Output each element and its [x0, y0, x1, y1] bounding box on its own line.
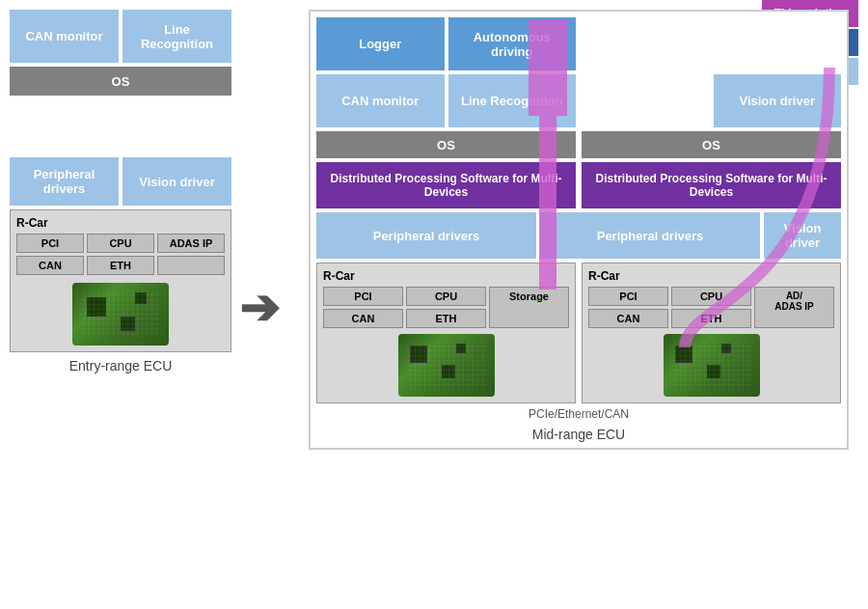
rcar1-storage: Storage [489, 287, 569, 328]
rcar2-cpu: CPU [671, 287, 751, 306]
pcb-chip-3 [135, 292, 147, 304]
rcar1-pcb-chip-3 [456, 344, 466, 353]
left-rcar-box: R-Car PCI CPU ADAS IP CAN ETH [10, 209, 231, 352]
rcar2-pci: PCI [588, 287, 668, 306]
rcar2-top-spacer [582, 17, 841, 70]
left-driver-row: Peripheral drivers Vision driver [10, 157, 231, 206]
rcar2-empty-app [582, 74, 710, 127]
right-rcar1-label: R-Car [323, 269, 569, 283]
rcar2-top-apps: Vision driver [582, 74, 841, 127]
left-os: OS [10, 67, 231, 96]
right-line-recognition: Line Recognition [448, 74, 577, 127]
left-chip-can: CAN [16, 256, 84, 275]
right-vision-driver-top: Vision driver [714, 74, 842, 127]
left-line-recognition: Line Recognition [122, 10, 231, 63]
rcar2-pcb-chip-2 [707, 365, 720, 378]
right-ecu-label: Mid-range ECU [316, 427, 841, 442]
left-chip-empty [157, 256, 225, 275]
rcar1-cpu: CPU [406, 287, 486, 306]
rcar1-top-apps: Logger Autonomous driving [316, 17, 576, 70]
distributed-2: Distributed Processing Software for Mult… [582, 162, 841, 208]
right-autonomous: Autonomous driving [448, 17, 577, 70]
right-peripheral-1: Peripheral drivers [316, 212, 536, 259]
rcar-boxes-row: R-Car PCI CPU Storage CAN ETH R-Car PCI [316, 263, 841, 403]
rcar2-pcb-chip-3 [721, 344, 731, 353]
right-rcar2-label: R-Car [588, 269, 834, 283]
connection-label: PCIe/Ethernet/CAN [316, 407, 841, 421]
rcar1-os: OS [316, 131, 576, 158]
left-ecu-label: Entry-range ECU [10, 358, 231, 374]
rcar2-adas: AD/ADAS IP [754, 287, 834, 328]
rcar1-can: CAN [323, 309, 403, 328]
rcar1-pci: PCI [323, 287, 403, 306]
rcar1-column: Logger Autonomous driving CAN monitor Li… [316, 17, 576, 162]
right-rcar1-box: R-Car PCI CPU Storage CAN ETH [316, 263, 576, 403]
rcar2-pcb-chip-1 [675, 346, 692, 363]
left-vision-driver: Vision driver [122, 157, 231, 206]
rcar2-pcb [664, 334, 760, 397]
rcar2-chips: PCI CPU AD/ADAS IP CAN ETH [588, 287, 834, 328]
left-chip-pci: PCI [16, 234, 84, 253]
right-ecu-container: Logger Autonomous driving CAN monitor Li… [309, 10, 849, 450]
left-chip-adas: ADAS IP [157, 234, 225, 253]
left-spacer [10, 99, 231, 157]
left-pcb-area [16, 283, 225, 346]
rcar1-pcb-chip-1 [410, 346, 427, 363]
left-pcb [72, 283, 169, 346]
right-vision-driver-bottom: Vision driver [764, 212, 841, 259]
rcar2-eth: ETH [671, 309, 751, 328]
rcar2-pcb-area [588, 334, 834, 397]
right-logger: Logger [316, 17, 445, 70]
left-can-monitor: CAN monitor [10, 10, 119, 63]
rcar1-pcb [398, 334, 495, 397]
rcar1-pcb-area [323, 334, 569, 397]
rcar1-mid-apps: CAN monitor Line Recognition [316, 74, 576, 127]
right-peripheral-2: Peripheral drivers [540, 212, 760, 259]
pcb-chip-2 [121, 317, 135, 331]
distributed-1: Distributed Processing Software for Mult… [316, 162, 576, 208]
left-ecu: CAN monitor Line Recognition OS Peripher… [10, 10, 231, 374]
distributed-row: Distributed Processing Software for Mult… [316, 162, 841, 208]
left-rcar-chips: PCI CPU ADAS IP CAN ETH [16, 234, 225, 275]
peripheral-row: Peripheral drivers Peripheral drivers Vi… [316, 212, 841, 259]
rcar1-eth: ETH [406, 309, 486, 328]
right-ecu-columns: Logger Autonomous driving CAN monitor Li… [316, 17, 841, 162]
rcar2-can: CAN [588, 309, 668, 328]
right-can-monitor: CAN monitor [316, 74, 445, 127]
main-arrow: ➔ [239, 280, 280, 336]
rcar2-column: Vision driver OS [582, 17, 841, 162]
left-app-row: CAN monitor Line Recognition [10, 10, 231, 63]
right-rcar2-box: R-Car PCI CPU AD/ADAS IP CAN ETH [582, 263, 841, 403]
pcb-chip-1 [87, 297, 106, 317]
left-chip-eth: ETH [87, 256, 154, 275]
rcar1-pcb-chip-2 [442, 365, 455, 378]
left-peripheral-drivers: Peripheral drivers [10, 157, 119, 206]
left-rcar-label: R-Car [16, 216, 225, 230]
rcar2-os: OS [582, 131, 841, 158]
left-chip-cpu: CPU [87, 234, 154, 253]
rcar1-chips: PCI CPU Storage CAN ETH [323, 287, 569, 328]
diagram-container: { "legend": { "items": [ {"label": "This… [0, 0, 868, 609]
